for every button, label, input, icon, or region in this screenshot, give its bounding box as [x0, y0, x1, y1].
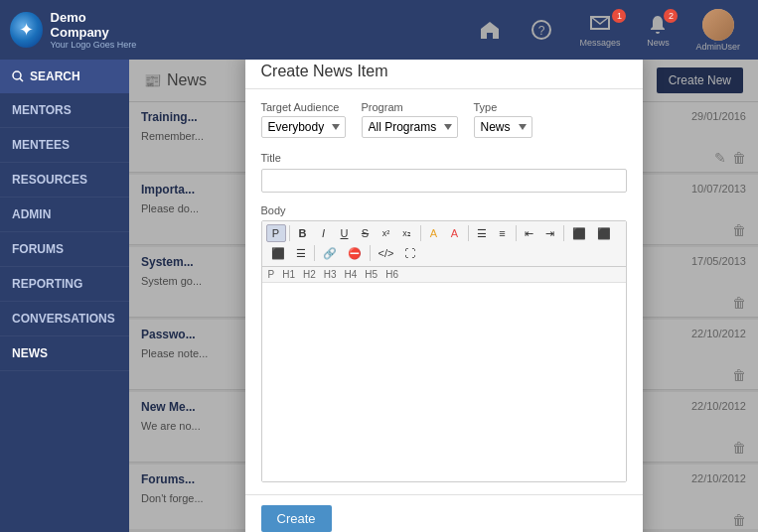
search-label: SEARCH	[30, 69, 80, 83]
sidebar-item-reporting-label: REPORTING	[12, 277, 82, 291]
sidebar-item-mentors-label: MENTORS	[12, 103, 72, 117]
header: ✦ Demo Company Your Logo Goes Here ?	[0, 0, 758, 60]
sidebar-item-resources-label: RESOURCES	[12, 173, 87, 187]
rte-unlink-btn[interactable]: ⛔	[343, 244, 367, 263]
sidebar-item-conversations-label: CONVERSATIONS	[12, 312, 115, 326]
modal-body: Target Audience Everybody Mentors Mentee…	[245, 89, 643, 494]
logo-icon: ✦	[10, 12, 43, 48]
rte-outdent-btn[interactable]: ⇤	[520, 224, 539, 243]
svg-line-3	[20, 78, 23, 81]
rte-subscript-btn[interactable]: x₂	[397, 225, 417, 241]
company-tagline: Your Logo Goes Here	[51, 40, 139, 50]
news-header-button[interactable]: 2 News	[636, 9, 680, 52]
help-icon: ?	[528, 18, 555, 42]
modal-overlay: Create News Item Target Audience Everybo…	[129, 60, 758, 532]
app-container: ✦ Demo Company Your Logo Goes Here ?	[0, 0, 758, 532]
admin-label: AdminUser	[695, 42, 740, 52]
rte-align-justify-btn[interactable]: ☰	[291, 244, 311, 263]
rte-ul-btn[interactable]: ☰	[472, 224, 492, 243]
title-field-label: Title	[261, 152, 281, 164]
rte-source-btn[interactable]: </>	[374, 244, 399, 262]
rte-superscript-btn[interactable]: x²	[377, 225, 396, 241]
rte-paragraph-btn[interactable]: P	[266, 224, 286, 242]
rte-separator-1	[289, 225, 290, 241]
rte-separator-5	[563, 225, 564, 241]
target-audience-group: Target Audience Everybody Mentors Mentee…	[261, 101, 346, 138]
messages-badge: 1	[612, 9, 626, 23]
rte-separator-2	[420, 225, 421, 241]
header-icons: ? 1 Messages 2 News	[468, 5, 748, 56]
svg-text:?: ?	[538, 24, 545, 38]
rte-align-center-btn[interactable]: ⬛	[592, 224, 616, 243]
messages-icon	[586, 13, 614, 37]
rte-fullscreen-btn[interactable]: ⛶	[399, 244, 420, 262]
logo-area: ✦ Demo Company Your Logo Goes Here	[10, 10, 139, 50]
sidebar-item-search[interactable]: SEARCH	[0, 60, 129, 93]
sidebar: SEARCH MENTORS MENTEES RESOURCES ADMIN F…	[0, 60, 129, 532]
title-group: Title	[261, 150, 627, 193]
news-label: News	[647, 38, 670, 48]
admin-profile-button[interactable]: AdminUser	[687, 5, 748, 56]
sidebar-item-admin-label: ADMIN	[12, 207, 51, 221]
messages-label: Messages	[579, 38, 620, 48]
rte-highlight-btn[interactable]: A	[424, 224, 444, 242]
svg-point-2	[13, 71, 21, 79]
help-button[interactable]: ?	[520, 14, 563, 46]
content-area: 📰 News Create New Training... 29/01/2016…	[129, 60, 758, 532]
rte-format-h6: H6	[385, 269, 398, 280]
type-group: Type News Alert	[474, 101, 532, 138]
rte-separator-3	[468, 225, 469, 241]
title-input[interactable]	[261, 169, 627, 193]
create-news-modal: Create News Item Target Audience Everybo…	[245, 60, 643, 532]
rte-separator-7	[370, 245, 371, 261]
rte-separator-6	[314, 245, 315, 261]
sidebar-item-mentees[interactable]: MENTEES	[0, 128, 129, 163]
sidebar-item-mentors[interactable]: MENTORS	[0, 93, 129, 128]
body-group: Body P B I U S x² x₂	[261, 204, 627, 482]
rte-underline-btn[interactable]: U	[335, 224, 355, 242]
rte-align-left-btn[interactable]: ⬛	[567, 224, 591, 243]
rte-ol-btn[interactable]: ≡	[493, 224, 513, 242]
sidebar-item-news-label: NEWS	[12, 346, 48, 360]
form-row-audience-program-type: Target Audience Everybody Mentors Mentee…	[261, 101, 627, 138]
program-select[interactable]: All Programs Program 1	[362, 116, 458, 138]
type-label: Type	[474, 101, 532, 113]
sidebar-item-resources[interactable]: RESOURCES	[0, 163, 129, 198]
rte-format-h4: H4	[345, 269, 358, 280]
home-button[interactable]	[468, 14, 512, 46]
modal-title: Create News Item	[261, 63, 627, 80]
rte-italic-btn[interactable]: I	[314, 224, 334, 242]
rte-format-h1: H1	[282, 269, 295, 280]
rte-align-right-btn[interactable]: ⬛	[266, 244, 290, 263]
rte-strikethrough-btn[interactable]: S	[356, 224, 376, 242]
sidebar-item-forums[interactable]: FORUMS	[0, 232, 129, 267]
sidebar-item-mentees-label: MENTEES	[12, 138, 70, 152]
type-select[interactable]: News Alert	[474, 116, 532, 138]
sidebar-item-news[interactable]: NEWS	[0, 336, 129, 371]
sidebar-item-admin[interactable]: ADMIN	[0, 198, 129, 232]
sidebar-item-forums-label: FORUMS	[12, 242, 64, 256]
logo-text: Demo Company Your Logo Goes Here	[51, 10, 139, 50]
rte-bold-btn[interactable]: B	[293, 224, 313, 242]
rte-color-btn[interactable]: A	[445, 224, 465, 242]
body-label: Body	[261, 204, 627, 216]
rte-link-btn[interactable]: 🔗	[318, 244, 342, 263]
rte-format-row: P H1 H2 H3 H4 H5 H6	[262, 267, 626, 283]
program-label: Program	[362, 101, 458, 113]
program-group: Program All Programs Program 1	[362, 101, 458, 138]
messages-button[interactable]: 1 Messages	[571, 9, 628, 52]
avatar-image	[702, 9, 734, 41]
sidebar-item-conversations[interactable]: CONVERSATIONS	[0, 302, 129, 336]
rte-format-p: P	[268, 269, 275, 280]
rte-toolbar: P B I U S x² x₂ A	[262, 221, 626, 267]
target-audience-label: Target Audience	[261, 101, 346, 113]
rte-indent-btn[interactable]: ⇥	[540, 224, 560, 243]
rte-content-area[interactable]	[262, 283, 626, 481]
company-name: Demo Company	[51, 10, 139, 40]
rte-separator-4	[516, 225, 517, 241]
avatar[interactable]	[702, 9, 734, 41]
sidebar-item-reporting[interactable]: REPORTING	[0, 267, 129, 302]
create-button[interactable]: Create	[261, 505, 332, 532]
modal-header: Create News Item	[245, 60, 643, 89]
target-audience-select[interactable]: Everybody Mentors Mentees	[261, 116, 346, 138]
